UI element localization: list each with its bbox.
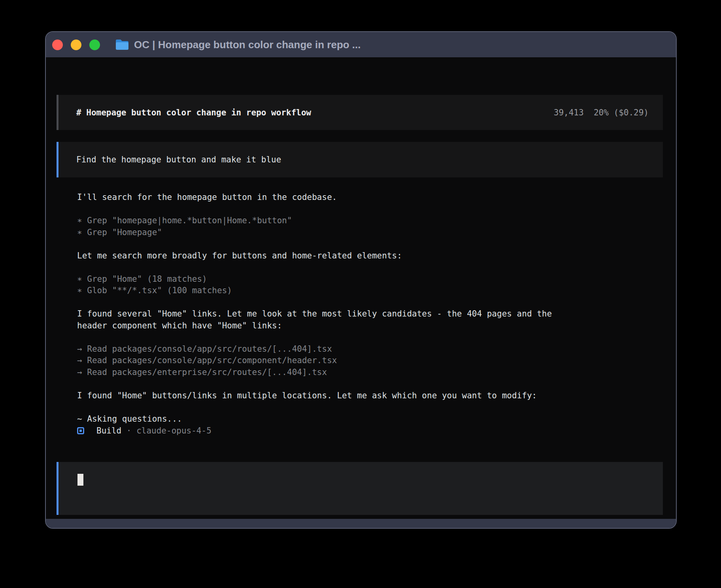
titlebar[interactable]: OC | Homepage button color change in rep…	[46, 32, 676, 57]
assistant-response: I'll search for the homepage button in t…	[77, 192, 664, 437]
tool-call-group: → Read packages/console/app/src/routes/[…	[77, 343, 664, 379]
assistant-text: I'll search for the homepage button in t…	[77, 192, 664, 204]
tool-call-group: ∗ Grep "homepage|home.*button|Home.*butt…	[77, 215, 664, 238]
assistant-text: ~ Asking questions...	[77, 413, 664, 425]
text-cursor	[77, 474, 83, 486]
assistant-text-line: header component which have "Home" links…	[77, 320, 664, 332]
assistant-text: Let me search more broadly for buttons a…	[77, 250, 664, 262]
session-stats: 39,413 20% ($0.29)	[554, 108, 663, 117]
assistant-text: I found "Home" buttons/links in multiple…	[77, 390, 664, 402]
assistant-text-line: I found "Home" buttons/links in multiple…	[77, 390, 664, 402]
tool-call-group: ∗ Grep "Home" (18 matches)∗ Glob "**/*.t…	[77, 273, 664, 297]
folder-icon	[115, 39, 129, 51]
user-message: Find the homepage button and make it blu…	[57, 142, 663, 177]
assistant-text-line: I'll search for the homepage button in t…	[77, 192, 664, 204]
agent-status-line: Build · claude-opus-4-5	[77, 425, 664, 437]
assistant-text: I found several "Home" links. Let me loo…	[77, 308, 664, 332]
window-bottom-chrome	[46, 519, 676, 528]
tool-call-line: → Read packages/console/app/src/componen…	[77, 355, 664, 367]
agent-name: Build	[96, 426, 121, 435]
build-square-icon	[77, 427, 84, 434]
agent-model: · claude-opus-4-5	[121, 426, 211, 435]
tool-call-line: ∗ Grep "homepage|home.*button|Home.*butt…	[77, 215, 664, 227]
minimize-button[interactable]	[71, 40, 81, 50]
terminal-content: # Homepage button color change in repo w…	[46, 57, 676, 520]
assistant-paragraphs: I'll search for the homepage button in t…	[77, 192, 664, 425]
input-model-line: Build Claude Opus 4.5 OpenCode Zen	[76, 508, 291, 520]
traffic-lights	[52, 40, 100, 50]
tool-call-line: → Read packages/console/app/src/routes/[…	[77, 343, 664, 355]
close-button[interactable]	[52, 40, 63, 50]
tool-call-line: ∗ Grep "Homepage"	[77, 227, 664, 239]
prompt-input[interactable]: Build Claude Opus 4.5 OpenCode Zen	[57, 462, 663, 515]
assistant-text-line: I found several "Home" links. Let me loo…	[77, 308, 664, 320]
session-header: # Homepage button color change in repo w…	[57, 95, 663, 130]
session-title: # Homepage button color change in repo w…	[59, 108, 311, 117]
assistant-text-line: Let me search more broadly for buttons a…	[77, 250, 664, 262]
assistant-text-line: ~ Asking questions...	[77, 413, 664, 425]
terminal-window: OC | Homepage button color change in rep…	[45, 31, 677, 529]
tool-call-line: ∗ Glob "**/*.tsx" (100 matches)	[77, 285, 664, 297]
user-message-text: Find the homepage button and make it blu…	[59, 155, 281, 164]
tool-call-line: → Read packages/enterprise/src/routes/[.…	[77, 367, 664, 379]
zoom-button[interactable]	[89, 40, 100, 50]
window-title: OC | Homepage button color change in rep…	[134, 39, 361, 51]
tool-call-line: ∗ Grep "Home" (18 matches)	[77, 273, 664, 285]
